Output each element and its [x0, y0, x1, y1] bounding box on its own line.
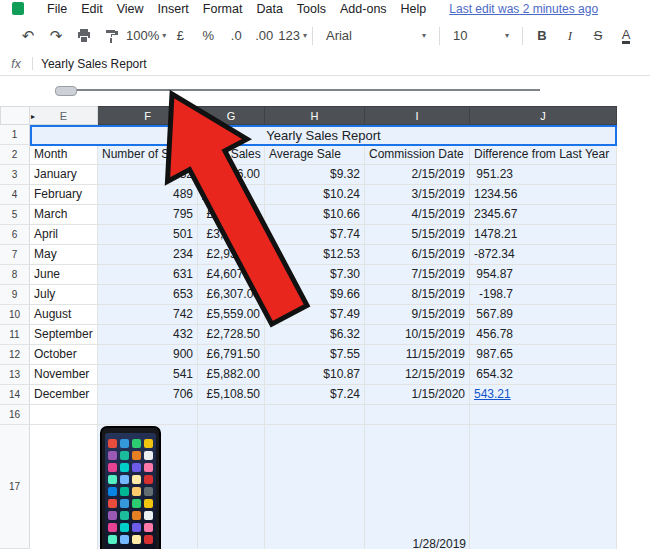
data-cell[interactable]: 456.78 [470, 325, 617, 345]
data-cell[interactable]: £2,728.50 [198, 325, 265, 345]
data-cell[interactable]: $7.30 [265, 265, 365, 285]
data-cell[interactable]: $7.49 [265, 305, 365, 325]
data-cell[interactable]: 5/15/2019 [365, 225, 470, 245]
data-cell[interactable]: $9.32 [265, 165, 365, 185]
row-header-13[interactable]: 13 [0, 365, 30, 385]
data-cell[interactable]: 987.65 [470, 345, 617, 365]
data-cell[interactable]: 12/15/2019 [365, 365, 470, 385]
data-cell[interactable]: £8,474.50 [198, 205, 265, 225]
row-header-14[interactable]: 14 [0, 385, 30, 405]
data-cell[interactable]: 951.23 [470, 165, 617, 185]
empty-cell[interactable] [198, 405, 265, 425]
column-header-h[interactable]: H [265, 106, 365, 125]
row-header-1[interactable]: 1 [0, 125, 30, 145]
data-cell[interactable]: £2,932.00 [198, 245, 265, 265]
data-cell[interactable]: 795 [98, 205, 198, 225]
data-cell[interactable]: 2345.67 [470, 205, 617, 225]
column-header-i[interactable]: I [365, 106, 470, 125]
column-label-cell[interactable]: Difference from Last Year [470, 145, 617, 165]
column-header-g[interactable]: G [198, 106, 265, 125]
row-header-8[interactable]: 8 [0, 265, 30, 285]
row-header-3[interactable]: 3 [0, 165, 30, 185]
data-cell[interactable]: 9/15/2019 [365, 305, 470, 325]
data-cell[interactable]: £6,307.00 [198, 285, 265, 305]
data-cell[interactable]: 5067.45 [198, 185, 265, 205]
data-cell[interactable]: $10.87 [265, 365, 365, 385]
data-cell[interactable]: 11/15/2019 [365, 345, 470, 365]
data-cell[interactable]: $6.32 [265, 325, 365, 345]
data-cell[interactable]: July [30, 285, 98, 305]
data-cell[interactable]: 1478.21 [470, 225, 617, 245]
data-cell[interactable]: 234 [98, 245, 198, 265]
data-cell[interactable]: 900 [98, 345, 198, 365]
data-cell[interactable]: February [30, 185, 98, 205]
data-cell[interactable]: 501 [98, 225, 198, 245]
row-header-4[interactable]: 4 [0, 185, 30, 205]
data-cell[interactable]: 7/15/2019 [365, 265, 470, 285]
data-cell[interactable]: April [30, 225, 98, 245]
data-cell[interactable]: £4,026.00 [198, 165, 265, 185]
row-header-5[interactable]: 5 [0, 205, 30, 225]
data-cell[interactable]: 653 [98, 285, 198, 305]
data-cell[interactable]: $9.66 [265, 285, 365, 305]
data-cell[interactable]: 742 [98, 305, 198, 325]
column-label-cell[interactable]: Month [30, 145, 98, 165]
data-cell[interactable]: £4,607.00 [198, 265, 265, 285]
data-cell[interactable]: May [30, 245, 98, 265]
row-header-12[interactable]: 12 [0, 345, 30, 365]
data-cell[interactable]: $7.74 [265, 225, 365, 245]
data-cell[interactable]: October [30, 345, 98, 365]
empty-cell[interactable] [265, 425, 365, 549]
data-cell[interactable]: 954.87 [470, 265, 617, 285]
data-cell[interactable]: 432 [98, 165, 198, 185]
column-label-cell[interactable]: Average Sale [265, 145, 365, 165]
data-cell[interactable]: June [30, 265, 98, 285]
data-cell[interactable]: £3,877.50 [198, 225, 265, 245]
data-cell[interactable]: £5,559.00 [198, 305, 265, 325]
data-cell[interactable]: September [30, 325, 98, 345]
row-header-7[interactable]: 7 [0, 245, 30, 265]
data-cell[interactable]: 543.21 [470, 385, 617, 405]
data-cell[interactable]: January [30, 165, 98, 185]
data-cell[interactable]: March [30, 205, 98, 225]
merged-title-cell[interactable]: Yearly Sales Report [30, 125, 617, 146]
empty-cell[interactable] [470, 425, 617, 549]
empty-cell[interactable] [365, 405, 470, 425]
row-header-11[interactable]: 11 [0, 325, 30, 345]
data-cell[interactable]: $7.24 [265, 385, 365, 405]
data-cell[interactable]: 1234.56 [470, 185, 617, 205]
data-cell[interactable]: 567.89 [470, 305, 617, 325]
data-cell[interactable]: November [30, 365, 98, 385]
data-cell[interactable]: August [30, 305, 98, 325]
data-cell[interactable]: $10.24 [265, 185, 365, 205]
row-header-2[interactable]: 2 [0, 145, 30, 165]
empty-cell[interactable] [365, 425, 470, 549]
select-all-corner[interactable] [0, 106, 30, 125]
column-label-cell[interactable]: Commission Date [365, 145, 470, 165]
data-cell[interactable]: 1/15/2020 [365, 385, 470, 405]
data-cell[interactable]: £5,108.50 [198, 385, 265, 405]
data-cell[interactable]: 432 [98, 325, 198, 345]
column-label-cell[interactable]: Total Sales [198, 145, 265, 165]
data-cell[interactable]: $12.53 [265, 245, 365, 265]
data-cell[interactable]: £5,882.00 [198, 365, 265, 385]
data-cell[interactable]: December [30, 385, 98, 405]
empty-cell[interactable] [470, 405, 617, 425]
data-cell[interactable]: 3/15/2019 [365, 185, 470, 205]
empty-cell[interactable] [98, 405, 198, 425]
column-header-j[interactable]: J [470, 106, 617, 125]
data-cell[interactable]: £6,791.50 [198, 345, 265, 365]
hidden-columns-expand-icon[interactable]: ▸ [31, 112, 35, 121]
row-header-16[interactable]: 16 [0, 405, 30, 425]
empty-cell[interactable] [30, 405, 98, 425]
resize-drag-handle[interactable] [55, 86, 77, 96]
empty-cell[interactable] [265, 405, 365, 425]
row-header-6[interactable]: 6 [0, 225, 30, 245]
data-cell[interactable]: 8/15/2019 [365, 285, 470, 305]
column-header-f[interactable]: F [98, 106, 198, 125]
column-label-cell[interactable]: Number of Sales [98, 145, 198, 165]
data-cell[interactable]: 10/15/2019 [365, 325, 470, 345]
data-cell[interactable]: 631 [98, 265, 198, 285]
data-cell[interactable]: 654.32 [470, 365, 617, 385]
empty-cell[interactable] [30, 425, 98, 549]
